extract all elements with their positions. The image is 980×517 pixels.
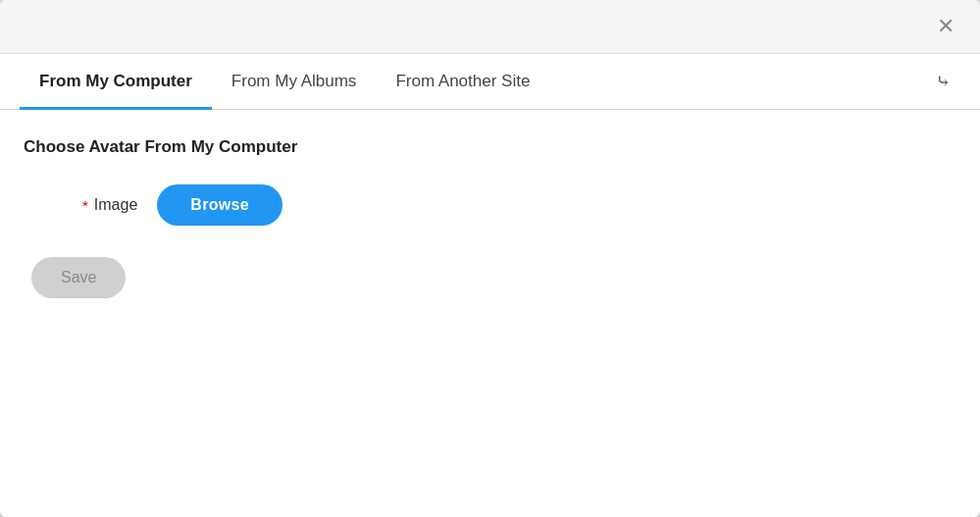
tab-from-another-site[interactable]: From Another Site (376, 54, 549, 110)
field-label-image: Image (94, 196, 137, 214)
dialog: ✕ From My Computer From My Albums From A… (0, 0, 980, 517)
dialog-header: ✕ (0, 0, 980, 54)
section-title: Choose Avatar From My Computer (24, 137, 956, 157)
chevron-down-icon[interactable]: ⤷ (926, 61, 960, 102)
browse-button[interactable]: Browse (157, 184, 283, 226)
dialog-body: Choose Avatar From My Computer * Image B… (0, 110, 980, 517)
image-form-row: * Image Browse (82, 184, 956, 226)
tab-from-my-computer[interactable]: From My Computer (20, 54, 212, 110)
save-button[interactable]: Save (31, 257, 126, 298)
tab-from-my-albums[interactable]: From My Albums (212, 54, 377, 110)
close-button[interactable]: ✕ (929, 12, 962, 41)
required-indicator: * (82, 197, 88, 214)
tabs-row: From My Computer From My Albums From Ano… (0, 54, 980, 110)
close-icon: ✕ (937, 14, 954, 38)
